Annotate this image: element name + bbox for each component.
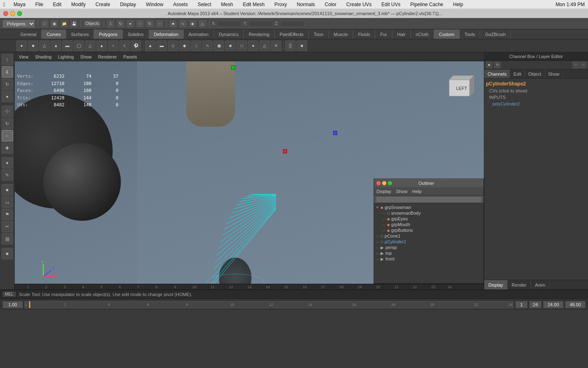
cb-tab-edit[interactable]: Edit <box>510 70 525 78</box>
viewport-menu-lighting[interactable]: Lighting <box>56 54 76 60</box>
tool-measure[interactable]: ■ <box>2 248 13 259</box>
select-icon[interactable]: ⇩ <box>107 20 115 28</box>
tree-item-front[interactable]: — ▶ front <box>374 256 483 262</box>
tool-move[interactable]: ➕ <box>2 105 13 117</box>
timeline-end-field[interactable] <box>543 301 564 308</box>
tool-select[interactable]: ⇩ <box>2 66 13 78</box>
cb-icon-4[interactable]: → <box>580 62 586 68</box>
outliner-maximize-button[interactable] <box>388 181 392 185</box>
tree-item-grpsnowman[interactable]: ▼ ■ grpSnowman <box>374 204 483 210</box>
menu-edit-uvs[interactable]: Edit UVs <box>380 1 402 8</box>
snap-surface-icon[interactable]: △ <box>198 20 207 28</box>
cb-icon-3[interactable]: ← <box>572 62 579 68</box>
menu-create-uvs[interactable]: Create UVs <box>345 1 373 8</box>
smooth-icon[interactable]: ∿ <box>202 40 213 51</box>
timeline-frame-field[interactable] <box>515 301 528 308</box>
cube-icon[interactable]: ■ <box>28 40 38 51</box>
nav-cube[interactable]: LEFT <box>443 70 476 102</box>
tree-item-pcone1[interactable]: — □ pCone1 <box>374 233 483 239</box>
viewport-menu-panels[interactable]: Panels <box>122 54 139 60</box>
helix-icon[interactable]: ☇ <box>119 40 130 51</box>
paint-icon[interactable]: ● <box>126 20 134 28</box>
torus-icon[interactable]: ◯ <box>74 40 84 51</box>
menu-normals[interactable]: Normals <box>295 1 317 8</box>
maximize-button[interactable] <box>17 11 22 16</box>
menu-modify[interactable]: Modify <box>70 1 87 8</box>
outliner-search-input[interactable] <box>376 196 482 203</box>
pyramid-icon[interactable]: ▲ <box>96 40 107 51</box>
dt-anim[interactable]: Anim <box>531 280 550 289</box>
merge-icon[interactable]: ◆ <box>179 40 190 51</box>
viewport-menu-view[interactable]: View <box>17 54 30 60</box>
menu-select[interactable]: Select <box>196 1 213 8</box>
tree-item-persp[interactable]: — ▶ persp <box>374 245 483 250</box>
tool-scale[interactable]: ↔ <box>2 130 13 141</box>
mode-dropdown[interactable]: Polygons <box>2 20 35 28</box>
objects-button[interactable]: Objects <box>83 20 101 28</box>
bevel-icon[interactable]: ◇ <box>168 40 178 51</box>
tab-painteffects[interactable]: PaintEffects <box>275 29 309 39</box>
outliner-minimize-button[interactable] <box>382 181 386 185</box>
tree-item-snowmanbody[interactable]: — □ snowmanBody <box>374 210 483 216</box>
prism-icon[interactable]: △ <box>85 40 96 51</box>
timeline-max-field[interactable] <box>565 301 586 308</box>
bridge-icon[interactable]: ▬ <box>156 40 167 51</box>
channel-cvs[interactable]: CVs (click to show) <box>486 88 586 94</box>
tab-animation[interactable]: Animation <box>184 29 214 39</box>
menu-file[interactable]: File <box>33 1 45 8</box>
viewport-menu-shading[interactable]: Shading <box>33 54 53 60</box>
cb-tab-object[interactable]: Object <box>525 70 545 78</box>
outliner-close-button[interactable] <box>376 181 381 185</box>
tool-transform[interactable]: ✚ <box>2 142 13 154</box>
menu-window[interactable]: Window <box>144 1 165 8</box>
tab-toon[interactable]: Toon <box>309 29 329 39</box>
tool-lasso[interactable]: ↻ <box>2 79 13 90</box>
menu-color[interactable]: Color <box>323 1 338 8</box>
cb-icon-1[interactable]: ■ <box>486 62 492 68</box>
menu-help[interactable]: Help <box>451 1 465 8</box>
fill-hole-icon[interactable]: ● <box>248 40 258 51</box>
timeline-start-field[interactable] <box>2 301 23 308</box>
viewport-menu-renderer[interactable]: Renderer <box>96 54 118 60</box>
tab-general[interactable]: General <box>16 29 42 39</box>
lasso-icon[interactable]: ↻ <box>116 20 125 28</box>
outliner-menu-display[interactable]: Display <box>376 189 391 194</box>
tool-camera[interactable]: ▤ <box>2 233 13 245</box>
tool-show-manip[interactable]: ■ <box>2 184 13 195</box>
tab-fluids[interactable]: Fluids <box>353 29 375 39</box>
tool-sculpt2[interactable]: ⚑ <box>2 209 13 220</box>
toggle-display-icon[interactable]: ■ <box>296 40 307 51</box>
tree-item-pcylinder2[interactable]: — □ pCylinder2 <box>374 239 483 245</box>
tab-curves[interactable]: Curves <box>42 29 66 39</box>
tab-dynamics[interactable]: Dynamics <box>214 29 244 39</box>
menu-proxy[interactable]: Proxy <box>273 1 289 8</box>
mel-label[interactable]: MEL <box>2 292 16 297</box>
reduce-icon[interactable]: △ <box>259 40 270 51</box>
separate-icon[interactable]: □ <box>236 40 247 51</box>
channel-input-name[interactable]: polyCylinder2 <box>486 101 586 107</box>
cone-icon[interactable]: ▲ <box>51 40 61 51</box>
menu-create[interactable]: Create <box>94 1 112 8</box>
combine-icon[interactable]: ■ <box>225 40 236 51</box>
tool-sculpt[interactable]: ⚏ <box>2 196 13 208</box>
timeline-end-visible-field[interactable] <box>529 301 541 308</box>
tree-item-grpeyes[interactable]: — ■ grpEyes <box>374 216 483 222</box>
tab-subdivs[interactable]: Subdivs <box>123 29 149 39</box>
tree-item-top[interactable]: — ▶ top <box>374 250 483 256</box>
cb-tab-show[interactable]: Show <box>545 70 563 78</box>
open-icon[interactable]: 📁 <box>60 20 68 28</box>
menu-assets[interactable]: Assets <box>172 1 189 8</box>
scale-icon[interactable]: ↔ <box>156 20 164 28</box>
soccer-icon[interactable]: ⚽ <box>131 40 141 51</box>
x-coord-input[interactable] <box>217 20 242 27</box>
split-icon[interactable]: 〈 <box>191 40 201 51</box>
z-coord-input[interactable] <box>280 20 305 27</box>
tool-arrow[interactable]: ↑ <box>2 54 13 65</box>
tool-paint[interactable]: ● <box>2 91 13 102</box>
cb-tab-channels[interactable]: Channels <box>484 70 510 78</box>
dt-display[interactable]: Display <box>484 280 508 289</box>
menu-edit-mesh[interactable]: Edit Mesh <box>241 1 266 8</box>
extrude-icon[interactable]: ▲ <box>145 40 156 51</box>
tab-custom[interactable]: Custom <box>434 29 460 39</box>
outliner-menu-help[interactable]: Help <box>412 189 422 194</box>
